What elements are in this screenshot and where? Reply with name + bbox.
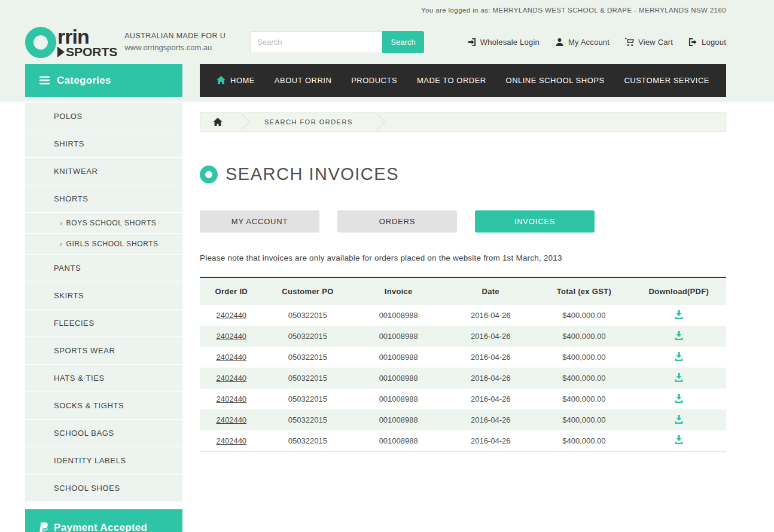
categories-title: Categories	[57, 75, 111, 87]
site-header: rrin SPORTS AUSTRALIAN MADE FOR U www.or…	[0, 20, 774, 64]
total-cell: $400,000.00	[537, 305, 631, 326]
sidebar-item-shirts[interactable]: SHIRTS	[25, 130, 182, 157]
customer-po-cell: 050322015	[263, 326, 353, 347]
sidebar-item-knitwear[interactable]: KNITWEAR	[25, 158, 182, 185]
cart-icon	[625, 38, 634, 47]
invoice-cell: 001008988	[352, 326, 444, 347]
order-id-link[interactable]: 2402440	[216, 436, 246, 445]
customer-po-cell: 050322015	[263, 430, 353, 451]
total-cell: $400,000.00	[537, 430, 631, 451]
main-panel: SEARCH FOR ORDERS SEARCH INVOICES MY ACC…	[200, 102, 726, 452]
sidebar-subitem-boys-school-shorts[interactable]: › BOYS SCHOOL SHORTS	[25, 213, 182, 233]
table-row: 2402440 050322015 001008988 2016-04-26 $…	[200, 409, 726, 430]
col-header-invoice: Invoice	[352, 277, 444, 305]
sidebar-item-socks-tights[interactable]: SOCKS & TIGHTS	[25, 392, 182, 419]
home-icon	[217, 76, 226, 85]
logo-rrin-text: rrin	[57, 26, 117, 47]
navigation-row: Categories HOME ABOUT ORRIN PRODUCTS MAD…	[0, 64, 774, 97]
categories-header[interactable]: Categories	[25, 64, 182, 97]
sidebar-item-shorts[interactable]: SHORTS	[25, 185, 182, 212]
sidebar-item-identity-labels[interactable]: IDENTITY LABELS	[25, 447, 182, 474]
customer-po-cell: 050322015	[263, 389, 353, 409]
sidebar-item-sports-wear[interactable]: SPORTS WEAR	[25, 337, 182, 364]
sign-in-icon	[467, 38, 476, 47]
wholesale-login-link[interactable]: Wholesale Login	[467, 38, 540, 47]
sidebar-item-school-shoes[interactable]: SCHOOL SHOES	[25, 475, 182, 502]
sidebar-item-polos[interactable]: POLOS	[25, 103, 182, 130]
logged-in-text: You are logged in as: MERRYLANDS WEST SC…	[421, 7, 726, 14]
table-row: 2402440 050322015 001008988 2016-04-26 $…	[200, 389, 726, 409]
sidebar-subitem-girls-school-shorts[interactable]: › GIRLS SCHOOL SHORTS	[25, 234, 182, 254]
download-pdf-icon[interactable]	[674, 373, 684, 382]
nav-item-online-school-shops[interactable]: ONLINE SCHOOL SHOPS	[506, 76, 605, 85]
order-id-link[interactable]: 2402440	[216, 374, 246, 383]
payment-accepted-label: Payment Accepted	[54, 522, 147, 532]
my-account-link[interactable]: My Account	[555, 38, 610, 47]
col-header-customer-po: Customer PO	[263, 277, 353, 305]
view-cart-link[interactable]: View Cart	[625, 38, 673, 47]
logo-sports-text: SPORTS	[66, 45, 117, 58]
date-cell: 2016-04-26	[444, 326, 537, 347]
page-title: SEARCH INVOICES	[226, 164, 399, 184]
nav-item-customer-service[interactable]: CUSTOMER SERVICE	[624, 76, 709, 85]
breadcrumb: SEARCH FOR ORDERS	[200, 112, 726, 132]
col-header-download: Download(PDF)	[632, 277, 726, 305]
customer-po-cell: 050322015	[263, 305, 353, 326]
order-id-link[interactable]: 2402440	[216, 415, 246, 424]
table-row: 2402440 050322015 001008988 2016-04-26 $…	[200, 368, 726, 389]
order-id-link[interactable]: 2402440	[216, 395, 246, 403]
breadcrumb-separator-icon	[233, 114, 250, 130]
download-pdf-icon[interactable]	[674, 352, 684, 361]
download-pdf-icon[interactable]	[674, 394, 684, 403]
order-id-link[interactable]: 2402440	[216, 311, 246, 320]
nav-item-products[interactable]: PRODUCTS	[351, 76, 397, 85]
paypal-icon	[38, 522, 48, 532]
invoice-cell: 001008988	[352, 347, 444, 368]
nav-item-home[interactable]: HOME	[217, 76, 255, 85]
chevron-right-icon: ›	[60, 213, 63, 233]
invoice-cell: 001008988	[352, 305, 444, 326]
order-id-link[interactable]: 2402440	[216, 353, 246, 362]
sidebar-item-hats-ties[interactable]: HATS & TIES	[25, 365, 182, 392]
main-nav: HOME ABOUT ORRIN PRODUCTS MADE TO ORDER …	[200, 64, 726, 97]
tab-orders[interactable]: ORDERS	[337, 210, 457, 233]
invoice-availability-note: Please note that invoices are only avail…	[200, 253, 726, 262]
breadcrumb-home-icon[interactable]	[213, 118, 223, 127]
sidebar-item-fleecies[interactable]: FLEECIES	[25, 310, 182, 337]
search-button[interactable]: Search	[382, 31, 424, 53]
search-input[interactable]	[251, 31, 382, 53]
account-tabs: MY ACCOUNT ORDERS INVOICES	[200, 210, 726, 233]
total-cell: $400,000.00	[537, 409, 631, 430]
sidebar-item-skirts[interactable]: SKIRTS	[25, 282, 182, 309]
invoice-cell: 001008988	[352, 368, 444, 389]
hamburger-icon	[39, 76, 50, 85]
account-links: Wholesale Login My Account View Cart Log…	[467, 38, 726, 47]
user-icon	[555, 38, 564, 47]
nav-item-made-to-order[interactable]: MADE TO ORDER	[417, 76, 486, 85]
site-logo[interactable]: rrin SPORTS AUSTRALIAN MADE FOR U www.or…	[25, 26, 226, 58]
logged-in-bar: You are logged in as: MERRYLANDS WEST SC…	[0, 0, 774, 20]
tagline-line1: AUSTRALIAN MADE FOR U	[124, 30, 226, 42]
download-pdf-icon[interactable]	[674, 310, 684, 319]
chevron-right-icon: ›	[60, 234, 63, 254]
download-pdf-icon[interactable]	[674, 415, 684, 424]
total-cell: $400,000.00	[537, 368, 631, 389]
logout-link[interactable]: Logout	[688, 38, 726, 47]
customer-po-cell: 050322015	[263, 368, 353, 389]
invoice-cell: 001008988	[352, 409, 444, 430]
download-pdf-icon[interactable]	[674, 331, 684, 340]
tab-invoices[interactable]: INVOICES	[475, 210, 595, 233]
invoice-cell: 001008988	[352, 389, 444, 409]
nav-item-about-orrin[interactable]: ABOUT ORRIN	[275, 76, 332, 85]
order-id-link[interactable]: 2402440	[216, 332, 246, 341]
sidebar-item-school-bags[interactable]: SCHOOL BAGS	[25, 420, 182, 447]
total-cell: $400,000.00	[537, 347, 631, 368]
sign-out-icon	[688, 38, 697, 47]
date-cell: 2016-04-26	[444, 409, 537, 430]
heading-ring-icon	[200, 166, 218, 184]
download-pdf-icon[interactable]	[674, 435, 684, 444]
sidebar-item-pants[interactable]: PANTS	[25, 255, 182, 282]
logo-o-ring-icon	[25, 27, 56, 58]
tab-my-account[interactable]: MY ACCOUNT	[200, 210, 319, 233]
date-cell: 2016-04-26	[444, 305, 537, 326]
